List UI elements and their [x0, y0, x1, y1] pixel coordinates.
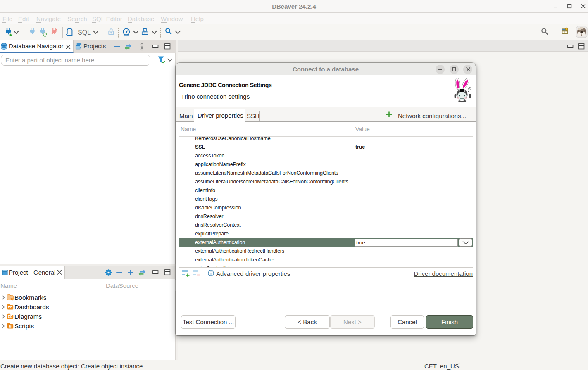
svg-text:SQL: SQL [78, 29, 91, 36]
